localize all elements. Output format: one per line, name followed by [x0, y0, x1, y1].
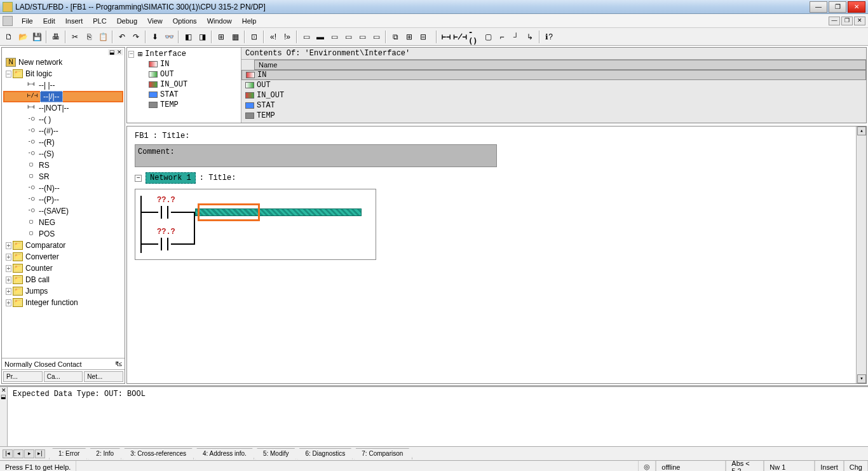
- view6-icon[interactable]: ▭: [370, 31, 383, 43]
- expand-icon[interactable]: +: [6, 254, 11, 261]
- menu-insert[interactable]: Insert: [60, 15, 88, 27]
- contact-2[interactable]: [158, 238, 171, 250]
- paste-icon[interactable]: 📋: [97, 31, 109, 43]
- tree-item[interactable]: -○--(P)--: [3, 194, 123, 205]
- redo-icon[interactable]: ↷: [130, 31, 142, 43]
- operand-1[interactable]: ??.?: [157, 196, 175, 205]
- iface-root[interactable]: −⊞Interface: [128, 49, 240, 59]
- output-close-icon[interactable]: ✕⬓: [0, 387, 8, 446]
- tab-network[interactable]: Net...: [84, 371, 123, 382]
- menu-debug[interactable]: Debug: [112, 15, 142, 27]
- view5-icon[interactable]: ▭: [356, 31, 369, 43]
- tree-item[interactable]: -○--(S): [3, 148, 123, 160]
- mdi-restore-button[interactable]: ❐: [841, 17, 853, 25]
- hint-dropdown-icon[interactable]: ₹≤: [115, 360, 123, 367]
- monitor-icon[interactable]: 👓: [163, 31, 175, 43]
- prev-error-icon[interactable]: «!: [267, 31, 280, 43]
- panel-close-icon[interactable]: ⬓ ✕: [108, 49, 123, 55]
- tree-item[interactable]: ⊢⊣--|NOT|--: [3, 102, 123, 114]
- tree-folder[interactable]: +📁DB call: [3, 274, 123, 285]
- tree-item[interactable]: ⊢⊣--| |--: [3, 79, 123, 91]
- menu-file[interactable]: File: [17, 15, 38, 27]
- iface-stat[interactable]: STAT: [128, 90, 240, 100]
- ladder-diagram[interactable]: ??.? ??.?: [135, 189, 376, 260]
- maximize-button[interactable]: ❐: [829, 1, 846, 13]
- tree-folder[interactable]: +📁Jumps: [3, 285, 123, 297]
- tree-item[interactable]: ▢SR: [3, 171, 123, 182]
- iface-list-in[interactable]: IN: [241, 70, 866, 80]
- no-contact-icon[interactable]: ⊢⊣: [440, 31, 452, 43]
- branch-open-icon[interactable]: ⌐: [496, 31, 508, 43]
- box-icon[interactable]: ▢: [482, 31, 494, 43]
- connect-icon[interactable]: ↳: [524, 31, 536, 43]
- tab-diagnostics[interactable]: 6: Diagnostics: [295, 448, 355, 460]
- menu-window[interactable]: Window: [202, 15, 237, 27]
- branch-close-icon[interactable]: ┘: [510, 31, 522, 43]
- view-lad-icon[interactable]: ▭: [300, 31, 313, 43]
- tab-crossref[interactable]: 3: Cross-references: [121, 448, 196, 460]
- tab-prev-icon[interactable]: ◂: [13, 449, 24, 458]
- contact-1[interactable]: [158, 206, 171, 219]
- overview-icon[interactable]: ⧉: [389, 31, 402, 43]
- coil-icon[interactable]: -(): [468, 31, 480, 43]
- tab-program[interactable]: Pr...: [3, 371, 43, 382]
- catalog-icon[interactable]: ⊞: [215, 31, 227, 43]
- tree-item[interactable]: ▢RS: [3, 160, 123, 171]
- tree-folder[interactable]: +📁Comparator: [3, 240, 123, 251]
- block-icon[interactable]: ▦: [229, 31, 241, 43]
- tree-folder[interactable]: +📁Converter: [3, 251, 123, 263]
- scroll-down-icon[interactable]: ▾: [857, 374, 866, 383]
- tab-call[interactable]: Ca...: [44, 371, 83, 382]
- menu-edit[interactable]: Edit: [38, 15, 60, 27]
- open-icon[interactable]: 📂: [17, 31, 29, 43]
- print-icon[interactable]: 🖶: [50, 31, 62, 43]
- instruction-tree[interactable]: NNew network −📁Bit logic ⊢⊣--| |-- ⊢/⊣--…: [2, 48, 125, 358]
- tree-new-network[interactable]: NNew network: [3, 57, 123, 68]
- expand-icon[interactable]: +: [6, 265, 11, 272]
- help-icon[interactable]: ℹ?: [543, 31, 555, 43]
- tab-modify[interactable]: 5: Modify: [254, 448, 299, 460]
- menu-view[interactable]: View: [142, 15, 168, 27]
- scrollbar-v[interactable]: ▴ ▾: [856, 126, 866, 383]
- tab-first-icon[interactable]: |◂: [3, 449, 13, 458]
- tab-address[interactable]: 4: Address info.: [193, 448, 256, 460]
- tree-item[interactable]: -○--(N)--: [3, 182, 123, 194]
- iface-list-inout[interactable]: IN_OUT: [241, 90, 866, 100]
- collapse-icon[interactable]: −: [6, 71, 11, 78]
- save-icon[interactable]: 💾: [31, 31, 43, 43]
- expand-icon[interactable]: +: [6, 288, 11, 295]
- detail-icon[interactable]: ⊞: [403, 31, 416, 43]
- tree-item[interactable]: ▢NEG: [3, 217, 123, 228]
- network-collapse-icon[interactable]: −: [135, 175, 142, 182]
- iface-list-stat[interactable]: STAT: [241, 100, 866, 111]
- network-title[interactable]: : Title:: [200, 174, 236, 182]
- tree-folder[interactable]: +📁Integer function: [3, 297, 123, 308]
- tree-bit-logic[interactable]: −📁Bit logic: [3, 68, 123, 79]
- fb-title[interactable]: FB1 : Title:: [135, 132, 858, 140]
- scroll-up-icon[interactable]: ▴: [857, 126, 866, 135]
- network-label[interactable]: Network 1: [146, 172, 196, 184]
- tab-comparison[interactable]: 7: Comparison: [352, 448, 412, 460]
- view-stl-icon[interactable]: ▬: [314, 31, 327, 43]
- iface-in[interactable]: IN: [128, 59, 240, 69]
- undo-icon[interactable]: ↶: [116, 31, 128, 43]
- iface-inout[interactable]: IN_OUT: [128, 79, 240, 90]
- download-icon[interactable]: ⬇: [149, 31, 161, 43]
- operand-2[interactable]: ??.?: [157, 228, 175, 236]
- minimize-button[interactable]: —: [810, 1, 827, 13]
- comment-box[interactable]: Comment:: [135, 144, 497, 167]
- iface-list[interactable]: IN OUT IN_OUT STAT TEMP: [241, 70, 866, 123]
- nc-contact-icon[interactable]: ⊬⊣: [454, 31, 466, 43]
- tree-item[interactable]: -○--( ): [3, 114, 123, 125]
- mdi-minimize-button[interactable]: —: [829, 17, 840, 25]
- menu-options[interactable]: Options: [168, 15, 202, 27]
- reference-icon[interactable]: ◧: [182, 31, 194, 43]
- tab-info[interactable]: 2: Info: [86, 448, 123, 460]
- tree-item[interactable]: -○--(R): [3, 137, 123, 148]
- cut-icon[interactable]: ✂: [69, 31, 81, 43]
- tree-item[interactable]: -○--(SAVE): [3, 205, 123, 217]
- menu-help[interactable]: Help: [237, 15, 262, 27]
- goto-icon[interactable]: ◨: [196, 31, 208, 43]
- iface-col-name[interactable]: Name: [254, 60, 866, 70]
- interface-tree[interactable]: −⊞Interface IN OUT IN_OUT STAT TEMP: [127, 48, 241, 123]
